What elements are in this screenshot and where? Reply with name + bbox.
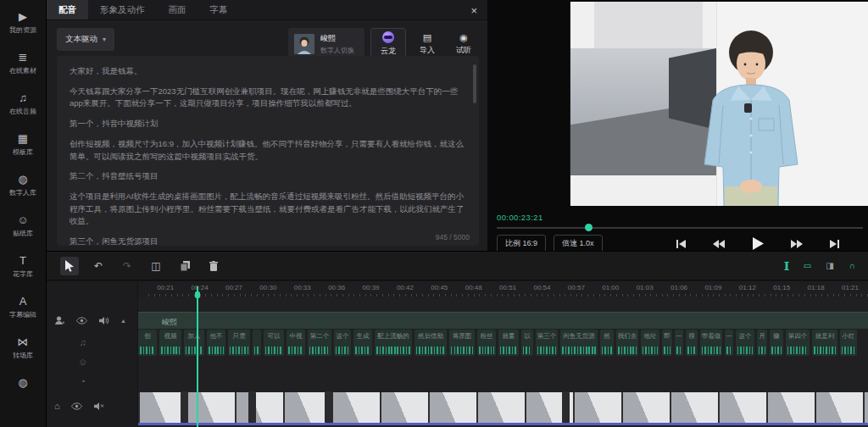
progress-handle[interactable]	[585, 224, 593, 231]
caption-audio-segment[interactable]: 即	[662, 330, 672, 356]
digital-human-track[interactable]: 峻熙	[138, 312, 868, 329]
caption-audio-segment[interactable]: 一	[725, 330, 733, 356]
ruler-label: 01:12	[731, 281, 765, 291]
track-visibility-toggle[interactable]	[76, 317, 87, 324]
skip-start-button[interactable]	[676, 240, 686, 248]
sticker-track-icon[interactable]: ☺	[78, 357, 87, 367]
mixer-icon[interactable]: ◨	[826, 261, 833, 270]
video-track[interactable]	[138, 392, 868, 423]
caption-audio-segment[interactable]: 地址	[641, 330, 659, 356]
duplicate-button[interactable]	[175, 257, 194, 275]
progress-bar[interactable]	[497, 227, 863, 229]
split-clip-button[interactable]: ◫	[147, 257, 165, 275]
caption-audio-segment[interactable]: 粉丝	[477, 330, 496, 356]
caption-audio-segment[interactable]: 可以	[264, 330, 284, 356]
ruler-label: 00:54	[525, 281, 559, 291]
ruler-label: 01:00	[593, 281, 627, 291]
caption-audio-segment[interactable]: 生成	[353, 330, 372, 356]
playhead[interactable]	[197, 286, 198, 427]
caption-audio-segment[interactable]: 很	[686, 330, 698, 356]
undo-button[interactable]: ↶	[89, 257, 108, 275]
sidebar-item[interactable]: T 花字库	[13, 255, 33, 279]
redo-button[interactable]: ↷	[118, 257, 136, 275]
caption-audio-segment[interactable]: 加入	[184, 330, 204, 356]
caption-audio-segment[interactable]: 闲鱼无货源	[560, 330, 598, 356]
caption-audio-segment[interactable]: 这个	[334, 330, 351, 356]
caption-audio-segment[interactable]: 就要	[498, 330, 519, 356]
magnet-snap-icon[interactable]: ∩	[849, 261, 854, 270]
caption-audio-segment[interactable]: 配上流畅的	[375, 330, 412, 356]
panel-tab[interactable]: 配音	[47, 0, 88, 19]
sidebar-item-label: 在线素材	[9, 66, 36, 75]
time-ruler[interactable]: 00:2100:2400:2700:3000:3300:3600:3900:42…	[138, 281, 868, 297]
caption-audio-segment[interactable]: 赚	[770, 330, 783, 356]
caption-audio-segment[interactable]: 中视	[287, 330, 305, 356]
caption-audio-segment[interactable]: 视频	[159, 330, 181, 356]
rewind-button[interactable]	[713, 240, 725, 248]
skip-end-button[interactable]	[830, 240, 839, 248]
waveform	[479, 347, 494, 354]
track-label: 峻熙	[162, 313, 177, 330]
sidebar-item[interactable]: ▦ 模板库	[13, 133, 33, 157]
caption-audio-segment[interactable]: 带着做	[700, 330, 722, 356]
caption-audio-segment[interactable]: 第四个	[786, 330, 810, 356]
caption-audio-segment[interactable]: 然后借助	[415, 330, 447, 356]
panel-tab[interactable]: 字幕	[198, 0, 240, 19]
caption-audio-segment[interactable]: 这个	[736, 330, 754, 356]
collapse-track-icon[interactable]: ▲	[120, 318, 126, 324]
sidebar-item[interactable]: ◍ 数字人库	[9, 174, 36, 197]
caption-audio-segment[interactable]: 第三个	[536, 330, 558, 356]
caption-audio-segment[interactable]: 将原图	[449, 330, 475, 356]
music-track-icon[interactable]: ♫	[78, 337, 87, 347]
sidebar-item[interactable]: ▶ 我的资源	[9, 11, 36, 35]
timecode: 00:00:23:21	[497, 213, 543, 222]
caption-audio-segment[interactable]	[253, 330, 261, 356]
caption-audio-segment[interactable]: 以	[521, 330, 533, 356]
speed-button[interactable]: 倍速 1.0x	[554, 235, 603, 252]
caption-audio-segment[interactable]: 他不	[207, 330, 225, 356]
dial-track-icon[interactable]: ◔	[78, 376, 87, 386]
playhead-handle[interactable]	[195, 291, 200, 298]
scrollbar[interactable]	[473, 64, 476, 103]
sidebar-item[interactable]: ◍	[18, 377, 27, 391]
caption-audio-segment[interactable]: 创	[138, 330, 157, 356]
play-button[interactable]	[752, 237, 764, 250]
auto-trim-icon[interactable]: ][	[784, 261, 788, 270]
fast-forward-button[interactable]	[791, 240, 803, 248]
caption-audio-segment[interactable]: 月	[757, 330, 767, 356]
ratio-button[interactable]: 比例 16:9	[497, 235, 546, 252]
segment-label: 带着做	[700, 332, 722, 341]
select-tool-button[interactable]	[60, 257, 79, 275]
waveform	[309, 347, 330, 354]
sidebar-item[interactable]: ⋈ 转场库	[13, 336, 33, 360]
segment-label: 配上流畅的	[375, 332, 412, 341]
delete-button[interactable]	[204, 257, 223, 275]
caption-audio-segment[interactable]: 一	[675, 330, 683, 356]
panel-tab[interactable]: 画面	[157, 0, 198, 19]
panel-tab[interactable]: 形象及动作	[88, 0, 157, 19]
caption-audio-segment[interactable]: 我们去	[616, 330, 638, 356]
caption-audio-segment[interactable]: 小红	[840, 330, 857, 356]
video-track-visibility-toggle[interactable]	[71, 402, 82, 410]
segment-label: 小红	[840, 332, 857, 341]
caption-audio-segment[interactable]: 只需	[228, 330, 250, 356]
sidebar-item[interactable]: ≣ 在线素材	[9, 52, 36, 75]
sidebar-item[interactable]: A 字幕编辑	[9, 296, 36, 319]
chevron-down-icon: ▾	[103, 36, 106, 43]
caption-audio-segment[interactable]: 第二个	[308, 330, 331, 356]
import-file-icon: ▤	[423, 33, 431, 42]
script-textarea[interactable]: 大家好，我是钱幕。今天钱幕跟大家分享一下2023无门槛互联网创业兼职项目。现在呢…	[57, 56, 479, 246]
close-icon[interactable]: ×	[470, 0, 477, 20]
track-volume-toggle[interactable]	[98, 316, 109, 325]
sidebar-item[interactable]: ♫ 在线音频	[9, 92, 36, 116]
caption-audio-segment[interactable]: 然	[600, 330, 614, 356]
waveform	[376, 347, 410, 354]
text-drive-dropdown[interactable]: 文本驱动 ▾	[57, 28, 114, 51]
digital-human-track-icon	[54, 315, 65, 326]
sidebar-item[interactable]: ☺ 贴纸库	[13, 214, 33, 238]
video-track-mute-toggle[interactable]	[93, 402, 104, 411]
clip-view-icon[interactable]: ▭	[804, 261, 810, 270]
caption-audio-segment[interactable]: 就是利	[812, 330, 837, 356]
segment-label: 就是利	[812, 332, 837, 341]
segment-label: 即	[662, 332, 672, 341]
